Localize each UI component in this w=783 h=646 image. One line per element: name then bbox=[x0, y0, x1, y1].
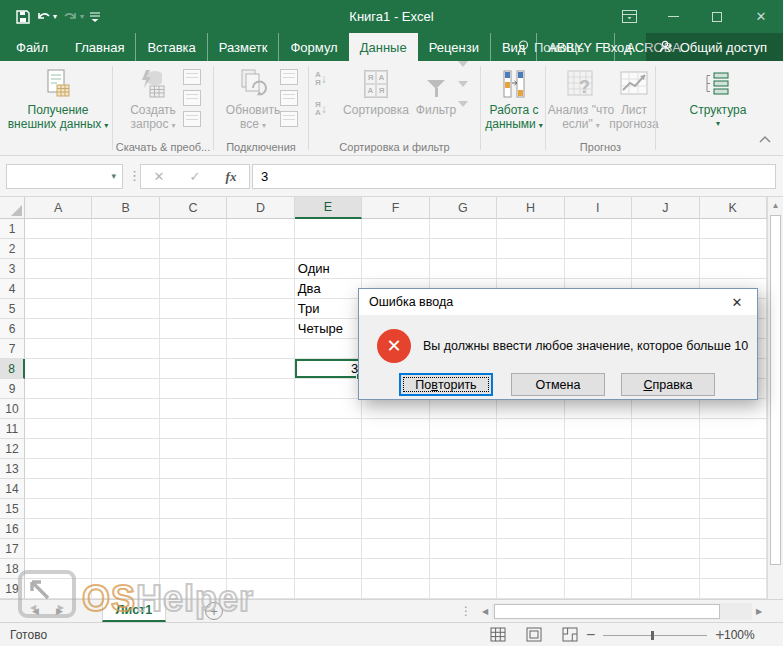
row-header-1[interactable]: 1 bbox=[0, 219, 25, 239]
cell-A1[interactable] bbox=[25, 219, 92, 239]
cell-C3[interactable] bbox=[160, 259, 227, 279]
cell-I13[interactable] bbox=[565, 459, 632, 479]
cell-B1[interactable] bbox=[92, 219, 159, 239]
column-header-C[interactable]: C bbox=[160, 197, 227, 219]
cell-K10[interactable] bbox=[700, 399, 767, 419]
cell-C9[interactable] bbox=[160, 379, 227, 399]
cell-D2[interactable] bbox=[227, 239, 294, 259]
cell-K3[interactable] bbox=[700, 259, 767, 279]
cell-C10[interactable] bbox=[160, 399, 227, 419]
cell-F14[interactable] bbox=[362, 479, 429, 499]
row-header-15[interactable]: 15 bbox=[0, 499, 25, 519]
cell-E13[interactable] bbox=[295, 459, 362, 479]
cell-C16[interactable] bbox=[160, 519, 227, 539]
cell-H11[interactable] bbox=[497, 419, 564, 439]
cell-D3[interactable] bbox=[227, 259, 294, 279]
cell-H3[interactable] bbox=[497, 259, 564, 279]
cell-H2[interactable] bbox=[497, 239, 564, 259]
cell-C13[interactable] bbox=[160, 459, 227, 479]
cell-I11[interactable] bbox=[565, 419, 632, 439]
zoom-slider-handle[interactable] bbox=[651, 631, 654, 640]
cell-D8[interactable] bbox=[227, 359, 294, 379]
add-sheet-icon[interactable]: + bbox=[205, 602, 223, 620]
row-header-2[interactable]: 2 bbox=[0, 239, 25, 259]
row-header-4[interactable]: 4 bbox=[0, 279, 25, 299]
cell-B12[interactable] bbox=[92, 439, 159, 459]
cell-C17[interactable] bbox=[160, 539, 227, 559]
cell-J2[interactable] bbox=[632, 239, 699, 259]
tab-file[interactable]: Файл bbox=[0, 33, 64, 61]
cell-B14[interactable] bbox=[92, 479, 159, 499]
cell-F18[interactable] bbox=[362, 559, 429, 579]
cell-C15[interactable] bbox=[160, 499, 227, 519]
horizontal-scrollbar-track[interactable] bbox=[492, 603, 752, 620]
row-header-19[interactable]: 19 bbox=[0, 579, 25, 599]
row-header-5[interactable]: 5 bbox=[0, 299, 25, 319]
cell-A2[interactable] bbox=[25, 239, 92, 259]
cell-E4[interactable]: Два bbox=[295, 279, 362, 299]
column-header-K[interactable]: K bbox=[700, 197, 767, 219]
save-icon[interactable] bbox=[16, 10, 30, 24]
cell-H16[interactable] bbox=[497, 519, 564, 539]
cell-D6[interactable] bbox=[227, 319, 294, 339]
cell-K18[interactable] bbox=[700, 559, 767, 579]
cell-J16[interactable] bbox=[632, 519, 699, 539]
column-header-E[interactable]: E bbox=[295, 197, 362, 219]
cell-A7[interactable] bbox=[25, 339, 92, 359]
row-header-8[interactable]: 8 bbox=[0, 359, 25, 379]
cell-F16[interactable] bbox=[362, 519, 429, 539]
cell-K2[interactable] bbox=[700, 239, 767, 259]
cell-K14[interactable] bbox=[700, 479, 767, 499]
column-header-J[interactable]: J bbox=[632, 197, 699, 219]
row-header-14[interactable]: 14 bbox=[0, 479, 25, 499]
help-button[interactable]: Справка bbox=[621, 373, 715, 396]
vertical-scrollbar-thumb[interactable] bbox=[770, 215, 781, 565]
cell-G15[interactable] bbox=[430, 499, 497, 519]
row-header-6[interactable]: 6 bbox=[0, 319, 25, 339]
cell-E18[interactable] bbox=[295, 559, 362, 579]
page-break-view-icon[interactable] bbox=[562, 627, 578, 646]
cell-F11[interactable] bbox=[362, 419, 429, 439]
cell-A11[interactable] bbox=[25, 419, 92, 439]
horizontal-scrollbar-thumb[interactable] bbox=[494, 604, 720, 619]
cell-A15[interactable] bbox=[25, 499, 92, 519]
minimize-button[interactable] bbox=[651, 0, 695, 33]
cell-B13[interactable] bbox=[92, 459, 159, 479]
tab-разметк[interactable]: Разметк bbox=[207, 33, 279, 61]
cell-H15[interactable] bbox=[497, 499, 564, 519]
cell-A13[interactable] bbox=[25, 459, 92, 479]
cell-A4[interactable] bbox=[25, 279, 92, 299]
zoom-slider[interactable] bbox=[603, 635, 707, 636]
cell-D11[interactable] bbox=[227, 419, 294, 439]
row-header-3[interactable]: 3 bbox=[0, 259, 25, 279]
cell-I1[interactable] bbox=[565, 219, 632, 239]
cell-H12[interactable] bbox=[497, 439, 564, 459]
cell-D10[interactable] bbox=[227, 399, 294, 419]
cell-C4[interactable] bbox=[160, 279, 227, 299]
outline-button[interactable]: Структура ▾ bbox=[678, 65, 758, 131]
cell-I18[interactable] bbox=[565, 559, 632, 579]
cell-J18[interactable] bbox=[632, 559, 699, 579]
cell-A9[interactable] bbox=[25, 379, 92, 399]
get-external-data-button[interactable]: Получение внешних данных▾ bbox=[8, 65, 108, 133]
cell-E1[interactable] bbox=[295, 219, 362, 239]
cell-E14[interactable] bbox=[295, 479, 362, 499]
cell-B7[interactable] bbox=[92, 339, 159, 359]
cell-K17[interactable] bbox=[700, 539, 767, 559]
formula-input[interactable]: 3 bbox=[252, 164, 776, 189]
cell-D5[interactable] bbox=[227, 299, 294, 319]
cell-J14[interactable] bbox=[632, 479, 699, 499]
cell-J10[interactable] bbox=[632, 399, 699, 419]
column-header-D[interactable]: D bbox=[227, 197, 294, 219]
cell-C8[interactable] bbox=[160, 359, 227, 379]
insert-function-icon[interactable]: fx bbox=[226, 169, 237, 185]
cell-D7[interactable] bbox=[227, 339, 294, 359]
sheet-nav-right-icon[interactable]: ▶ bbox=[56, 606, 63, 616]
cell-I17[interactable] bbox=[565, 539, 632, 559]
cell-C5[interactable] bbox=[160, 299, 227, 319]
row-header-12[interactable]: 12 bbox=[0, 439, 25, 459]
row-header-9[interactable]: 9 bbox=[0, 379, 25, 399]
cell-A16[interactable] bbox=[25, 519, 92, 539]
normal-view-icon[interactable] bbox=[490, 627, 506, 646]
cell-B4[interactable] bbox=[92, 279, 159, 299]
